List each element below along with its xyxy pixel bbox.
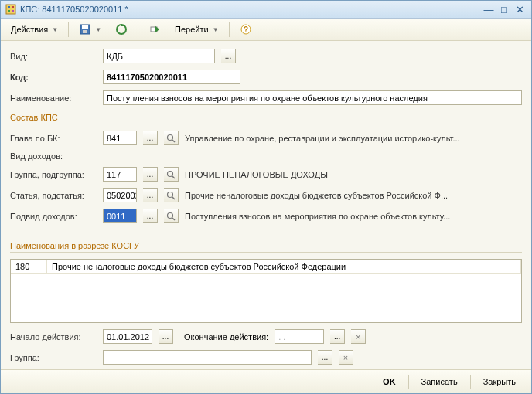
table-row[interactable]: 180 Прочие неналоговые доходы бюджетов с… <box>11 260 521 274</box>
open-gruppa-button[interactable] <box>164 167 179 182</box>
row-viddoh-header: Вид доходов: <box>10 151 522 161</box>
input-podvid[interactable]: 0011 <box>103 209 137 223</box>
row-glava: Глава по БК: 841 ... Управление по охран… <box>10 131 522 145</box>
svg-line-21 <box>172 218 175 220</box>
section-sostav: Состав КПС <box>10 113 522 124</box>
svg-point-16 <box>168 171 173 176</box>
statya-description: Прочие неналоговые доходы бюджетов субъе… <box>185 191 522 200</box>
toolbar: Действия ▼ ▼ Перейти ▼ ? <box>1 19 531 41</box>
select-glava-button[interactable]: ... <box>143 131 158 145</box>
minimize-button[interactable]: — <box>482 3 496 15</box>
input-statya[interactable]: 0502002 <box>103 188 137 202</box>
select-gruppa-button[interactable]: ... <box>143 167 158 182</box>
kosgu-code-cell: 180 <box>11 260 47 273</box>
input-end-date[interactable]: . . <box>275 329 324 344</box>
row-dates: Начало действия: 01.01.2012 ... Окончани… <box>10 329 522 344</box>
footer-separator <box>408 375 409 389</box>
footer-separator <box>470 375 471 389</box>
refresh-icon <box>115 23 128 36</box>
select-vid-button[interactable]: ... <box>221 49 236 63</box>
actions-menu[interactable]: Действия ▼ <box>5 20 63 39</box>
goto-icon <box>148 23 161 36</box>
glava-description: Управление по охране, реставрации и эксп… <box>185 134 522 143</box>
open-statya-button[interactable] <box>164 188 179 202</box>
maximize-button[interactable]: □ <box>497 3 511 15</box>
svg-rect-1 <box>8 6 10 8</box>
row-group: Группа: ... × <box>10 350 522 365</box>
close-button[interactable]: Закрыть <box>476 373 523 390</box>
ok-button[interactable]: OK <box>375 373 404 390</box>
close-window-button[interactable]: ✕ <box>513 3 527 15</box>
save-toolbar-button[interactable]: ▼ <box>73 20 107 39</box>
row-statya: Статья, подстатья: 0502002 ... Прочие не… <box>10 188 522 202</box>
chevron-down-icon: ▼ <box>95 26 101 33</box>
row-kod: Код: 84111705020020011 <box>10 70 522 84</box>
footer: OK Записать Закрыть <box>1 369 531 393</box>
svg-line-15 <box>172 140 175 142</box>
app-icon <box>5 4 16 15</box>
window: КПС: 84111705020020011 * — □ ✕ Действия … <box>0 0 532 394</box>
help-toolbar-button[interactable]: ? <box>234 20 257 39</box>
label-naim: Наименование: <box>10 93 97 103</box>
svg-rect-4 <box>12 10 14 12</box>
goto-menu[interactable]: Перейти ▼ <box>169 20 224 39</box>
toolbar-separator <box>68 22 69 37</box>
actions-label: Действия <box>11 25 48 34</box>
label-kod: Код: <box>10 73 97 82</box>
podvid-description: Поступления взносов на мероприятия по ох… <box>185 212 522 221</box>
svg-point-14 <box>168 134 173 140</box>
input-gruppa[interactable]: 117 <box>103 167 137 182</box>
row-podvid: Подвид доходов: 0011 ... Поступления взн… <box>10 209 522 223</box>
kosgu-name-cell: Прочие неналоговые доходы бюджетов субъе… <box>47 260 521 273</box>
select-end-date-button[interactable]: ... <box>330 329 345 344</box>
refresh-toolbar-button[interactable] <box>110 20 133 39</box>
input-kod[interactable]: 84111705020020011 <box>103 70 240 84</box>
svg-rect-0 <box>6 5 15 14</box>
clear-end-date-button[interactable]: × <box>351 329 366 344</box>
toolbar-separator <box>138 22 138 37</box>
save-button[interactable]: Записать <box>414 373 466 390</box>
row-naim: Наименование: Поступления взносов на мер… <box>10 90 522 105</box>
clear-group-button[interactable]: × <box>339 350 353 365</box>
help-icon: ? <box>240 23 252 36</box>
kosgu-grid[interactable]: 180 Прочие неналоговые доходы бюджетов с… <box>10 259 522 323</box>
goto-label: Перейти <box>175 25 209 34</box>
label-podvid: Подвид доходов: <box>10 212 97 221</box>
chevron-down-icon: ▼ <box>213 26 219 33</box>
label-glava: Глава по БК: <box>10 134 97 143</box>
svg-line-17 <box>172 176 175 178</box>
label-vid: Вид: <box>10 52 97 61</box>
toolbar-separator <box>229 22 230 37</box>
input-glava[interactable]: 841 <box>103 131 137 145</box>
chevron-down-icon: ▼ <box>52 26 58 33</box>
row-gruppa: Группа, подгруппа: 117 ... ПРОЧИЕ НЕНАЛО… <box>10 167 522 182</box>
form-body: Вид: КДБ ... Код: 84111705020020011 Наим… <box>1 41 531 369</box>
open-glava-button[interactable] <box>164 131 179 145</box>
input-group[interactable] <box>103 350 312 365</box>
select-start-date-button[interactable]: ... <box>159 329 173 344</box>
svg-point-20 <box>168 212 173 218</box>
select-podvid-button[interactable]: ... <box>143 209 158 223</box>
select-statya-button[interactable]: ... <box>143 188 158 202</box>
section-kosgu: Наименования в разрезе КОСГУ <box>10 241 522 253</box>
svg-line-19 <box>172 197 175 199</box>
input-vid[interactable]: КДБ <box>103 49 215 63</box>
svg-rect-3 <box>8 10 10 12</box>
row-vid: Вид: КДБ ... <box>10 49 522 63</box>
label-start: Начало действия: <box>10 332 97 341</box>
goto-toolbar-button[interactable] <box>143 20 166 39</box>
label-viddoh: Вид доходов: <box>10 151 63 161</box>
label-statya: Статья, подстатья: <box>10 191 97 200</box>
label-group: Группа: <box>10 353 97 362</box>
disk-icon <box>79 23 91 36</box>
select-group-button[interactable]: ... <box>318 350 332 365</box>
svg-rect-2 <box>12 6 14 8</box>
titlebar: КПС: 84111705020020011 * — □ ✕ <box>1 1 531 19</box>
label-end: Окончание действия: <box>184 332 268 341</box>
input-naim[interactable]: Поступления взносов на мероприятия по ох… <box>103 90 522 105</box>
input-start-date[interactable]: 01.01.2012 <box>103 329 152 344</box>
svg-text:?: ? <box>244 25 248 34</box>
open-podvid-button[interactable] <box>164 209 179 223</box>
gruppa-description: ПРОЧИЕ НЕНАЛОГОВЫЕ ДОХОДЫ <box>185 170 522 179</box>
label-gruppa: Группа, подгруппа: <box>10 170 97 179</box>
